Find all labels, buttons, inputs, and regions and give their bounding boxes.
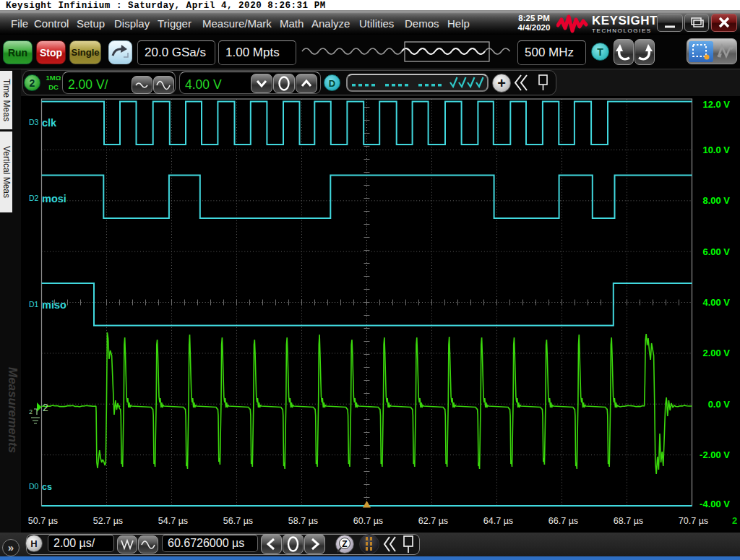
svg-text:4.00 V: 4.00 V bbox=[702, 297, 730, 308]
svg-text:D1: D1 bbox=[29, 300, 39, 309]
svg-text:D2: D2 bbox=[29, 194, 39, 202]
svg-text:62.7 µs: 62.7 µs bbox=[418, 516, 448, 526]
svg-text:8.00 V: 8.00 V bbox=[702, 195, 730, 206]
svg-text:KEYSIGHT: KEYSIGHT bbox=[592, 14, 658, 27]
svg-text:68.7 µs: 68.7 µs bbox=[614, 516, 643, 526]
svg-text:66.7 µs: 66.7 µs bbox=[548, 516, 578, 526]
svg-text:56.7 µs: 56.7 µs bbox=[223, 516, 253, 526]
svg-text:2: 2 bbox=[43, 402, 48, 413]
svg-text:2.00 V: 2.00 V bbox=[702, 348, 730, 358]
svg-text:50.7 µs: 50.7 µs bbox=[28, 516, 58, 526]
svg-text:6.00 V: 6.00 V bbox=[702, 246, 730, 257]
svg-text:cs: cs bbox=[42, 482, 52, 492]
svg-text:TECHNOLOGIES: TECHNOLOGIES bbox=[592, 27, 652, 34]
svg-text:52.7 µs: 52.7 µs bbox=[93, 516, 123, 526]
svg-text:D3: D3 bbox=[29, 118, 39, 126]
svg-text:2: 2 bbox=[29, 408, 33, 415]
svg-text:mosi: mosi bbox=[42, 193, 66, 204]
svg-text:-2.00 V: -2.00 V bbox=[700, 449, 730, 460]
svg-text:2: 2 bbox=[732, 515, 737, 526]
svg-text:clk: clk bbox=[42, 117, 57, 129]
svg-text:60.7 µs: 60.7 µs bbox=[353, 516, 383, 526]
svg-text:10.0 V: 10.0 V bbox=[702, 145, 730, 155]
svg-text:D0: D0 bbox=[29, 482, 39, 491]
svg-text:70.7 µs: 70.7 µs bbox=[679, 516, 708, 526]
svg-text:12.0 V: 12.0 V bbox=[702, 99, 730, 110]
svg-text:54.7 µs: 54.7 µs bbox=[158, 516, 188, 526]
svg-text:-4.00 V: -4.00 V bbox=[700, 499, 730, 509]
svg-text:0.0 V: 0.0 V bbox=[708, 399, 731, 410]
svg-text:58.7 µs: 58.7 µs bbox=[288, 516, 318, 526]
svg-text:miso: miso bbox=[42, 299, 66, 311]
svg-text:64.7 µs: 64.7 µs bbox=[483, 516, 513, 526]
